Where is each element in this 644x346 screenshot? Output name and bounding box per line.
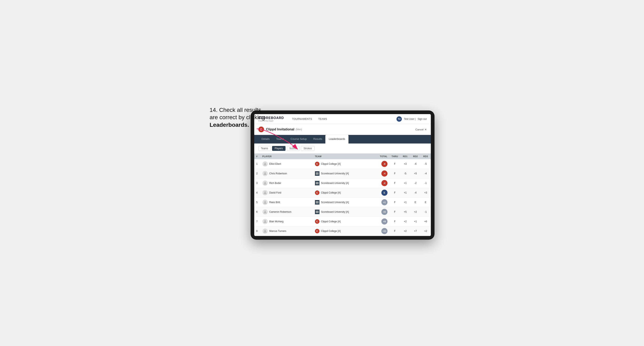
svg-point-20 (264, 230, 266, 231)
cell-total: +1 (373, 198, 390, 207)
col-header-rd3: RD3 (420, 154, 431, 159)
player-avatar (262, 209, 268, 214)
instruction-block: 14. Check all results are correct by cli… (210, 106, 265, 129)
cell-thru: F (390, 178, 400, 188)
cell-rd1: +1 (400, 188, 410, 198)
svg-point-6 (264, 182, 266, 183)
player-avatar (262, 228, 268, 234)
instruction-bold: Leaderboards. (210, 122, 249, 128)
cell-rank: 3 (254, 178, 260, 188)
cell-rd2: -2 (410, 178, 420, 188)
cell-rd1: -5 (400, 169, 410, 178)
svg-rect-13 (316, 202, 319, 202)
svg-rect-3 (316, 173, 319, 173)
col-header-rd2: RD2 (410, 154, 420, 159)
cell-thru: F (390, 207, 400, 217)
cell-rd3: -1 (420, 178, 431, 188)
table-row: 2 Chris Robertson Scoreboard University … (254, 169, 431, 178)
instruction-line2: are correct by clicking (210, 114, 265, 120)
svg-point-11 (264, 201, 266, 202)
user-avatar: TU (396, 116, 402, 122)
svg-point-15 (264, 211, 266, 212)
col-header-thru: THRU (390, 154, 400, 159)
cell-rd2: +2 (410, 207, 420, 217)
cell-total: +6 (373, 207, 390, 217)
cell-rank: 8 (254, 226, 260, 236)
svg-point-10 (264, 191, 266, 193)
cell-total: E (373, 188, 390, 198)
table-row: 6 Cameron Robertson Scoreboard Universit… (254, 207, 431, 217)
nav-user: TU Test User | Sign out (396, 116, 426, 122)
cell-rd2: -4 (410, 188, 420, 198)
player-avatar (262, 190, 268, 195)
cell-rd3: +2 (420, 226, 431, 236)
cell-rd2: E (410, 198, 420, 207)
cell-rd2: +7 (410, 226, 420, 236)
player-avatar (262, 161, 268, 167)
top-nav: SCOREBOARD Powered by clippd TOURNAMENTS… (254, 114, 431, 124)
svg-rect-4 (316, 173, 319, 174)
annotation-arrow (255, 127, 300, 151)
cell-player: Rich Butler (260, 178, 313, 188)
instruction-step: 14. (210, 107, 218, 113)
cell-rd3: +6 (420, 217, 431, 226)
cell-total: +9 (373, 217, 390, 226)
cell-team: CClippd College [A] (313, 217, 373, 226)
cell-total: -4 (373, 169, 390, 178)
table-row: 5 Rees Britt Scoreboard University [A]+1… (254, 198, 431, 207)
cell-rank: 1 (254, 159, 260, 169)
col-header-player: PLAYER (260, 154, 313, 159)
player-avatar (262, 171, 268, 176)
cell-thru: F (390, 217, 400, 226)
nav-tournaments[interactable]: TOURNAMENTS (292, 117, 312, 121)
team-logo-clippd: C (315, 190, 320, 195)
svg-rect-5 (316, 174, 319, 174)
svg-rect-17 (316, 212, 319, 212)
svg-point-19 (264, 220, 266, 222)
svg-rect-14 (316, 203, 319, 203)
cell-team: CClippd College [A] (313, 226, 373, 236)
user-name: Test User | (404, 118, 416, 120)
player-avatar (262, 219, 268, 224)
tab-results[interactable]: Results (310, 135, 325, 144)
sign-out-link[interactable]: Sign out (418, 118, 426, 120)
cell-total: +11 (373, 226, 390, 236)
col-header-rank: # (254, 154, 260, 159)
cell-team: CClippd College [A] (313, 159, 373, 169)
cell-rd1: +1 (400, 198, 410, 207)
table-row: 1 Elliot Ebert CClippd College [A]-8F+3-… (254, 159, 431, 169)
col-header-total: TOTAL (373, 154, 390, 159)
nav-teams[interactable]: TEAMS (318, 117, 327, 121)
leaderboard-table-wrapper: # PLAYER TEAM TOTAL THRU RD1 RD2 RD3 1 (254, 154, 431, 236)
team-logo-scoreboard (315, 210, 320, 214)
table-row: 8 Marcus Turners CClippd College [A]+11F… (254, 226, 431, 236)
cell-rd3: -1 (420, 207, 431, 217)
cell-thru: F (390, 226, 400, 236)
cell-rd2: +1 (410, 217, 420, 226)
svg-rect-12 (316, 201, 319, 202)
cell-team: Scoreboard University [A] (313, 169, 373, 178)
col-header-team: TEAM (313, 154, 373, 159)
cell-rd1: +3 (400, 159, 410, 169)
svg-rect-16 (316, 211, 319, 211)
cell-rank: 5 (254, 198, 260, 207)
cell-rd2: -6 (410, 159, 420, 169)
cell-rd3: E (420, 198, 431, 207)
cell-rank: 7 (254, 217, 260, 226)
player-avatar (262, 200, 268, 205)
svg-rect-8 (316, 183, 319, 183)
svg-point-1 (264, 163, 266, 164)
leaderboard-table: # PLAYER TEAM TOTAL THRU RD1 RD2 RD3 1 (254, 154, 431, 236)
cell-team: Scoreboard University [A] (313, 178, 373, 188)
cell-player: Elliot Ebert (260, 159, 313, 169)
col-header-rd1: RD1 (400, 154, 410, 159)
cell-rank: 4 (254, 188, 260, 198)
cancel-button[interactable]: Cancel ✕ (415, 128, 426, 131)
table-row: 4 David Ford CClippd College [A]EF+1-4+3 (254, 188, 431, 198)
filter-strokes[interactable]: Strokes (301, 146, 314, 151)
tab-leaderboards[interactable]: Leaderboards (325, 135, 348, 144)
svg-rect-9 (316, 184, 319, 184)
cell-rd3: -4 (420, 169, 431, 178)
cell-rank: 6 (254, 207, 260, 217)
cell-player: Marcus Turners (260, 226, 313, 236)
